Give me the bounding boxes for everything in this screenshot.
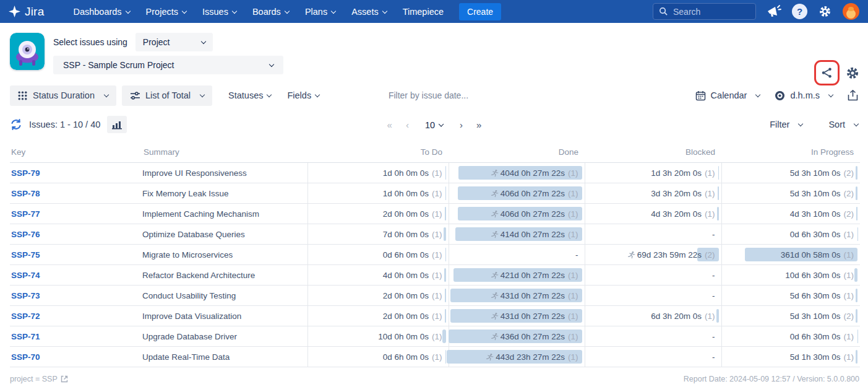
blocked-duration-cell: - bbox=[585, 286, 721, 306]
status-duration-table: KeySummaryTo DoDoneBlockedIn Progress SS… bbox=[10, 142, 860, 367]
nav-item-plans[interactable]: Plans bbox=[297, 0, 343, 23]
duration-text: 5d 3h 10m 0s bbox=[790, 312, 841, 321]
chevron-down-icon bbox=[200, 92, 205, 97]
chart-view-button[interactable] bbox=[107, 116, 127, 133]
issue-key-link[interactable]: SSP-71 bbox=[11, 332, 40, 341]
table-row: SSP-71Upgrade Database Driver10d 0h 0m 0… bbox=[10, 326, 860, 347]
duration-text: 443d 23h 27m 22s bbox=[496, 352, 565, 362]
settings-gear-icon[interactable] bbox=[818, 4, 832, 19]
last-page-button[interactable]: » bbox=[476, 120, 481, 130]
create-button[interactable]: Create bbox=[459, 3, 501, 20]
next-page-button[interactable]: › bbox=[460, 120, 462, 130]
nav-item-timepiece[interactable]: Timepiece bbox=[395, 0, 452, 23]
table-row: SSP-79Improve UI Responsiveness1d 0h 0m … bbox=[10, 163, 860, 183]
search-input[interactable] bbox=[673, 7, 747, 17]
duration-text: 1d 0h 0m 0s bbox=[383, 168, 429, 178]
statuses-dropdown[interactable]: Statuses bbox=[228, 90, 271, 100]
search-box[interactable] bbox=[653, 3, 756, 20]
report-settings-gear-icon[interactable] bbox=[845, 66, 860, 81]
in-progress-duration-cell: 10d 6h 30m 0s(1) bbox=[721, 265, 860, 286]
user-avatar[interactable] bbox=[843, 3, 859, 20]
issue-count: (2) bbox=[844, 189, 854, 198]
current-status-runner-icon bbox=[491, 190, 499, 198]
selection-mode-dropdown[interactable]: Project bbox=[135, 33, 213, 51]
to-do-duration-cell: 7d 0h 0m 0s(1) bbox=[307, 224, 449, 245]
sort-dropdown[interactable]: Sort bbox=[828, 120, 858, 129]
jql-link[interactable]: project = SSP bbox=[10, 375, 68, 383]
calendar-dropdown[interactable]: Calendar bbox=[695, 90, 760, 101]
view-mode-dropdown[interactable]: List of Total bbox=[122, 85, 212, 106]
blocked-duration-cell: 6d 3h 20m 0s(1) bbox=[585, 306, 721, 326]
duration-text: 436d 0h 27m 22s bbox=[501, 332, 565, 341]
blocked-duration-cell: 1d 3h 20m 0s(1) bbox=[585, 163, 721, 183]
issue-count: (1) bbox=[844, 291, 854, 300]
empty-duration: - bbox=[575, 250, 578, 260]
issue-count: (1) bbox=[432, 168, 442, 178]
issue-count: (1) bbox=[432, 189, 442, 198]
help-icon[interactable]: ? bbox=[792, 4, 807, 19]
calendar-icon bbox=[695, 90, 706, 101]
done-duration-cell: 443d 23h 27m 22s(1) bbox=[449, 347, 585, 367]
issue-count: (1) bbox=[568, 312, 578, 321]
refresh-icon[interactable] bbox=[10, 118, 22, 131]
megaphone-icon[interactable] bbox=[767, 5, 781, 19]
share-button[interactable] bbox=[814, 60, 840, 85]
filter-dropdown[interactable]: Filter bbox=[770, 120, 802, 129]
time-format-dropdown[interactable]: d.h.m.s bbox=[775, 90, 833, 101]
issue-date-filter[interactable]: Filter by issue date... bbox=[389, 90, 488, 100]
prev-page-button[interactable]: ‹ bbox=[406, 120, 408, 130]
report-type-value: Status Duration bbox=[33, 90, 95, 100]
issue-key-link[interactable]: SSP-78 bbox=[11, 189, 40, 198]
duration-text: 406d 0h 27m 22s bbox=[501, 209, 565, 219]
jql-text: project = SSP bbox=[10, 375, 58, 383]
nav-item-issues[interactable]: Issues bbox=[194, 0, 244, 23]
fields-dropdown[interactable]: Fields bbox=[287, 90, 319, 100]
empty-duration: - bbox=[712, 332, 715, 341]
issue-count: (1) bbox=[705, 312, 715, 321]
issue-key-link[interactable]: SSP-79 bbox=[11, 168, 40, 178]
nav-item-assets[interactable]: Assets bbox=[343, 0, 395, 23]
duration-text: 0d 6h 30m 0s bbox=[790, 230, 841, 239]
issue-count: (1) bbox=[844, 332, 854, 341]
report-type-dropdown[interactable]: Status Duration bbox=[10, 85, 116, 106]
page-size-value: 10 bbox=[425, 120, 435, 129]
done-duration-cell: 431d 0h 27m 22s(1) bbox=[449, 286, 585, 306]
jira-logo[interactable]: Jira bbox=[9, 5, 44, 19]
table-row: SSP-72Improve Data Visualization2d 0h 0m… bbox=[10, 306, 860, 326]
project-dropdown-value: SSP - Sample Scrum Project bbox=[63, 60, 174, 70]
nav-item-dashboards[interactable]: Dashboards bbox=[65, 0, 137, 23]
duration-text: 361d 0h 58m 0s bbox=[781, 250, 841, 260]
nav-item-boards[interactable]: Boards bbox=[244, 0, 297, 23]
issue-count: (1) bbox=[432, 271, 442, 280]
issue-count: (1) bbox=[432, 352, 442, 362]
to-do-duration-cell: 1d 0h 0m 0s(1) bbox=[307, 183, 449, 204]
issue-key-link[interactable]: SSP-73 bbox=[11, 291, 40, 300]
export-icon[interactable] bbox=[848, 90, 858, 102]
issue-count: (1) bbox=[705, 189, 715, 198]
page-size-dropdown[interactable]: 10 bbox=[423, 120, 445, 129]
nav-item-projects[interactable]: Projects bbox=[138, 0, 194, 23]
first-page-button[interactable]: « bbox=[387, 120, 392, 130]
project-dropdown[interactable]: SSP - Sample Scrum Project bbox=[53, 56, 283, 74]
issue-key-link[interactable]: SSP-75 bbox=[11, 250, 40, 260]
issue-key-link[interactable]: SSP-76 bbox=[11, 230, 40, 239]
issue-key-link[interactable]: SSP-72 bbox=[11, 312, 40, 321]
duration-text: 421d 0h 27m 22s bbox=[501, 271, 565, 280]
duration-bar bbox=[856, 207, 857, 220]
issue-count: (1) bbox=[432, 209, 442, 219]
issue-key-link[interactable]: SSP-77 bbox=[11, 209, 40, 219]
duration-bar bbox=[445, 207, 445, 220]
sliders-icon bbox=[130, 91, 140, 100]
issue-count: (1) bbox=[568, 168, 578, 178]
issue-count: (1) bbox=[844, 250, 854, 260]
issue-summary: Optimize Database Queries bbox=[142, 224, 307, 245]
duration-text: 0d 6h 0m 0s bbox=[383, 352, 429, 362]
duration-text: 1d 3h 20m 0s bbox=[651, 168, 702, 178]
current-status-runner-icon bbox=[627, 251, 635, 259]
column-header-summary: Summary bbox=[142, 142, 307, 163]
issue-key-link[interactable]: SSP-74 bbox=[11, 271, 40, 280]
duration-text: 5d 6h 30m 0s bbox=[790, 291, 841, 300]
issue-key-link[interactable]: SSP-70 bbox=[11, 352, 40, 362]
duration-bar bbox=[716, 309, 718, 323]
current-status-runner-icon bbox=[491, 312, 499, 320]
